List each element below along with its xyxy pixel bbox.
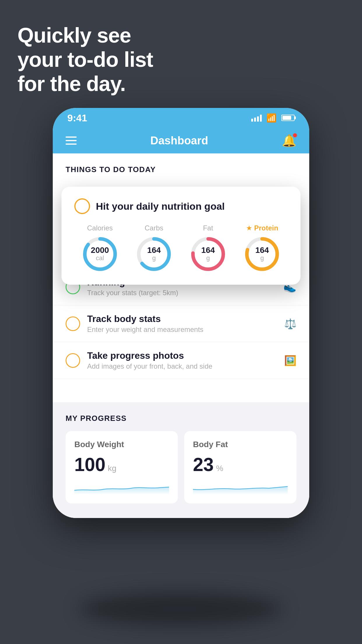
nutrition-circle-check [74, 198, 90, 214]
phone-shadow-ellipse [79, 592, 283, 626]
calories-unit: cal [91, 254, 109, 262]
body-weight-card[interactable]: Body Weight 100 kg [66, 431, 178, 503]
body-stats-info: Track body stats Enter your weight and m… [87, 314, 277, 334]
progress-heading: MY PROGRESS [66, 414, 296, 423]
body-fat-chart [193, 480, 288, 495]
stat-protein: ★ Protein 164 g [243, 224, 281, 273]
body-weight-title: Body Weight [74, 440, 169, 449]
app-title: Dashboard [150, 134, 208, 147]
protein-label: Protein [254, 224, 278, 232]
body-fat-value: 23 [193, 454, 214, 475]
body-weight-chart [74, 480, 169, 495]
progress-section: MY PROGRESS Body Weight 100 kg [53, 402, 309, 518]
carbs-value: 164 [147, 246, 161, 254]
stat-carbs: Carbs 164 g [135, 224, 173, 273]
status-bar: 9:41 📶 [53, 108, 309, 128]
protein-value: 164 [255, 246, 269, 254]
photos-circle [66, 353, 80, 368]
carbs-label: Carbs [145, 224, 163, 232]
body-fat-card[interactable]: Body Fat 23 % [184, 431, 296, 503]
things-heading: THINGS TO DO TODAY [53, 153, 309, 181]
todo-item-body-stats[interactable]: Track body stats Enter your weight and m… [53, 305, 309, 342]
star-icon: ★ [246, 224, 252, 232]
card-title-row: Hit your daily nutrition goal [74, 198, 288, 214]
protein-unit: g [255, 254, 269, 262]
phone-frame: 9:41 📶 Dashbo [53, 108, 309, 518]
notification-dot [293, 133, 297, 137]
body-stats-circle [66, 316, 80, 331]
status-icons: 📶 [251, 113, 295, 123]
photos-title: Take progress photos [87, 350, 277, 361]
body-stats-title: Track body stats [87, 314, 277, 324]
body-fat-value-row: 23 % [193, 454, 288, 475]
body-fat-unit: % [216, 464, 223, 473]
calories-donut: 2000 cal [81, 235, 119, 273]
todo-item-photos[interactable]: Take progress photos Add images of your … [53, 342, 309, 379]
nutrition-card-title: Hit your daily nutrition goal [96, 201, 225, 212]
nutrition-card: Hit your daily nutrition goal Calories 2… [61, 187, 301, 285]
wifi-icon: 📶 [266, 113, 277, 123]
signal-icon [251, 114, 262, 122]
carbs-unit: g [147, 254, 161, 262]
body-weight-unit: kg [108, 464, 117, 473]
portrait-icon: 🖼️ [284, 355, 296, 366]
app-header: Dashboard 🔔 [53, 128, 309, 153]
calories-label: Calories [87, 224, 113, 232]
photos-subtitle: Add images of your front, back, and side [87, 362, 277, 370]
fat-label: Fat [203, 224, 213, 232]
nutrition-stats: Calories 2000 cal Carbs [74, 224, 288, 273]
photos-info: Take progress photos Add images of your … [87, 350, 277, 370]
fat-unit: g [201, 254, 215, 262]
calories-value: 2000 [91, 246, 109, 254]
hamburger-menu[interactable] [66, 136, 77, 145]
stat-calories: Calories 2000 cal [81, 224, 119, 273]
notification-button[interactable]: 🔔 [282, 134, 296, 148]
hero-text: Quickly see your to-do list for the day. [17, 23, 153, 96]
running-subtitle: Track your stats (target: 5km) [87, 289, 276, 297]
body-stats-subtitle: Enter your weight and measurements [87, 326, 277, 334]
body-weight-value-row: 100 kg [74, 454, 169, 475]
protein-label-row: ★ Protein [246, 224, 278, 232]
stat-fat: Fat 164 g [189, 224, 227, 273]
fat-donut: 164 g [189, 235, 227, 273]
status-time: 9:41 [67, 112, 87, 124]
fat-value: 164 [201, 246, 215, 254]
scale-icon: ⚖️ [284, 318, 296, 330]
progress-cards: Body Weight 100 kg [66, 431, 296, 503]
battery-icon [281, 115, 295, 121]
body-weight-value: 100 [74, 454, 106, 475]
protein-donut: 164 g [243, 235, 281, 273]
body-fat-title: Body Fat [193, 440, 288, 449]
carbs-donut: 164 g [135, 235, 173, 273]
